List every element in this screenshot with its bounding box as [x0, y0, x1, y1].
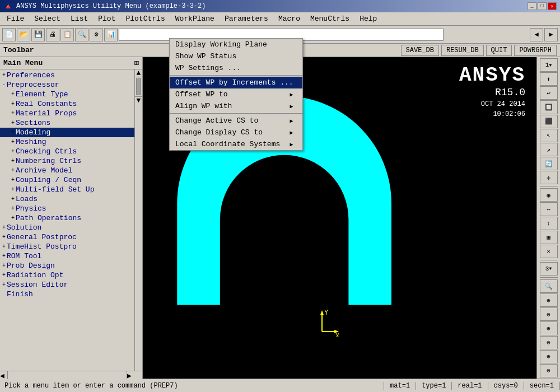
horiz-scroll-track[interactable]	[8, 371, 127, 379]
tree-item-22[interactable]: +Session Editor	[0, 280, 134, 290]
rt-zoom-in[interactable]: ⊕	[540, 293, 558, 307]
open-button[interactable]: 📂	[17, 28, 30, 41]
wp-show-status[interactable]: Show WP Status	[170, 50, 302, 62]
rt-iso2-btn[interactable]: ↗	[540, 143, 558, 156]
rt-zoom-out3[interactable]: ⊖	[540, 364, 558, 377]
left-scrollbar[interactable]: ▲ ▼	[134, 69, 142, 371]
scroll-up-button[interactable]: ▲	[135, 69, 142, 77]
menu-select[interactable]: Select	[30, 13, 65, 24]
scroll-thumb[interactable]	[136, 78, 141, 95]
quit-button[interactable]: QUIT	[486, 45, 512, 56]
tree-item-13[interactable]: +Loads	[0, 194, 134, 204]
menu-list[interactable]: List	[66, 13, 92, 24]
title-bar-controls: _ □ ✕	[528, 2, 557, 10]
tb-btn5[interactable]: 📋	[60, 28, 74, 41]
tb-btn7[interactable]: ⚙	[90, 28, 103, 41]
rt-sq-btn[interactable]: ▣	[540, 231, 558, 244]
wp-sep2	[170, 113, 302, 114]
rt-zoom-in3[interactable]: ⊕	[540, 350, 558, 363]
tree-item-10[interactable]: +Archive Model	[0, 166, 134, 175]
wp-offset-increments[interactable]: Offset WP by Increments ...	[170, 77, 302, 88]
tree-item-20[interactable]: +Prob Design	[0, 261, 134, 270]
tree-item-4[interactable]: +Material Props	[0, 109, 134, 118]
tree-item-19[interactable]: +ROM Tool	[0, 251, 134, 261]
rt-zoom-in2[interactable]: ⊕	[540, 321, 558, 335]
rt-hv-btn[interactable]: ↔	[540, 202, 558, 216]
tree-item-23[interactable]: Finish	[0, 290, 134, 299]
wp-offset-to[interactable]: Offset WP to ▶	[170, 88, 302, 100]
print-button[interactable]: 🖨	[46, 28, 59, 41]
tree-item-7[interactable]: +Meshing	[0, 137, 134, 147]
menu-file[interactable]: File	[2, 13, 29, 24]
rt-rot-btn[interactable]: 🔄	[540, 157, 558, 170]
tree-item-0[interactable]: +Preferences	[0, 71, 134, 80]
menu-plot[interactable]: Plot	[94, 13, 120, 24]
tree-label: Preferences	[7, 71, 55, 80]
menu-menuctrls[interactable]: MenuCtrls	[306, 13, 354, 24]
rt-x-btn[interactable]: ✕	[540, 245, 558, 258]
tree-item-15[interactable]: +Path Operations	[0, 213, 134, 223]
scroll-right-button[interactable]: ▶	[127, 371, 134, 379]
scroll-down-button[interactable]: ▼	[135, 96, 142, 104]
menu-help[interactable]: Help	[355, 13, 381, 24]
tree-item-21[interactable]: +Radiation Opt	[0, 270, 134, 280]
rt-pan-btn[interactable]: ✛	[540, 171, 558, 184]
tree-item-1[interactable]: -Preprocessor	[0, 80, 134, 90]
expand-icon: +	[11, 206, 15, 212]
tb-btn6[interactable]: 🔍	[75, 28, 88, 41]
rt-iso1-btn[interactable]: ↖	[540, 129, 558, 142]
tree-item-9[interactable]: +Numbering Ctrls	[0, 156, 134, 166]
collapse-icon[interactable]: ⊞	[134, 58, 139, 68]
wp-display-label: Display Working Plane	[175, 40, 267, 49]
wp-settings[interactable]: WP Settings ...	[170, 62, 302, 74]
menu-workplane[interactable]: WorkPlane	[171, 13, 219, 24]
expand-icon: +	[11, 91, 15, 97]
tree-area: +Preferences-Preprocessor+Element Type+R…	[0, 69, 134, 371]
rt-zoom-out[interactable]: ⊖	[540, 307, 558, 321]
new-button[interactable]: 📄	[2, 28, 16, 41]
powrgrph-button[interactable]: POWRGRPH	[514, 45, 557, 56]
wp-change-active-cs[interactable]: Change Active CS to ▶	[170, 115, 302, 127]
maximize-button[interactable]: □	[538, 2, 547, 10]
tree-item-6[interactable]: +Modeling	[0, 128, 134, 137]
minimize-button[interactable]: _	[528, 2, 536, 10]
tb-right1[interactable]: ◀	[530, 28, 543, 41]
wp-display-working-plane[interactable]: Display Working Plane	[170, 39, 302, 50]
wp-settings-label: WP Settings ...	[175, 64, 241, 72]
tree-item-8[interactable]: +Checking Ctrls	[0, 147, 134, 156]
rt-vt-btn[interactable]: ↕	[540, 217, 558, 230]
tree-item-18[interactable]: +TimeHist Postpro	[0, 242, 134, 251]
expand-icon: +	[2, 234, 6, 240]
rt-back-btn[interactable]: ⬛	[540, 115, 558, 128]
rt-dot-btn[interactable]: ◉	[540, 188, 558, 202]
wp-change-display-cs[interactable]: Change Display CS to ▶	[170, 127, 302, 138]
rt-front-btn[interactable]: 🔲	[540, 100, 558, 114]
tree-item-5[interactable]: +Sections	[0, 118, 134, 128]
scroll-left-button[interactable]: ◀	[0, 371, 8, 379]
tree-item-3[interactable]: +Real Constants	[0, 99, 134, 109]
save-db-button[interactable]: SAVE_DB	[401, 45, 439, 56]
tree-item-16[interactable]: +Solution	[0, 223, 134, 232]
tree-item-11[interactable]: +Coupling / Ceqn	[0, 175, 134, 185]
menu-macro[interactable]: Macro	[274, 13, 305, 24]
tb-right2[interactable]: ▶	[544, 28, 558, 41]
status-secn: secn=1	[524, 382, 560, 390]
tree-item-2[interactable]: +Element Type	[0, 90, 134, 99]
menu-plotctrls[interactable]: PlotCtrls	[121, 13, 169, 24]
tb-btn8[interactable]: 📊	[104, 28, 118, 41]
wp-local-coord[interactable]: Local Coordinate Systems ▶	[170, 138, 302, 150]
expand-icon: +	[2, 263, 6, 269]
tree-item-12[interactable]: +Multi-field Set Up	[0, 185, 134, 194]
rt-zoom-out2[interactable]: ⊖	[540, 336, 558, 349]
tree-item-14[interactable]: +Physics	[0, 204, 134, 213]
wp-align-with[interactable]: Align WP with ▶	[170, 100, 302, 112]
save-button[interactable]: 💾	[31, 28, 45, 41]
resum-db-button[interactable]: RESUM_DB	[441, 45, 484, 56]
tree-item-17[interactable]: +General Postproc	[0, 232, 134, 242]
workplane-menu: Display Working Plane Show WP Status WP …	[169, 38, 303, 151]
rt-up-btn[interactable]: ⬆	[540, 72, 558, 86]
rt-zoom-fit[interactable]: 🔍	[540, 279, 558, 293]
rt-fit-btn[interactable]: ↩	[540, 86, 558, 100]
close-button[interactable]: ✕	[548, 2, 557, 10]
menu-parameters[interactable]: Parameters	[220, 13, 273, 24]
